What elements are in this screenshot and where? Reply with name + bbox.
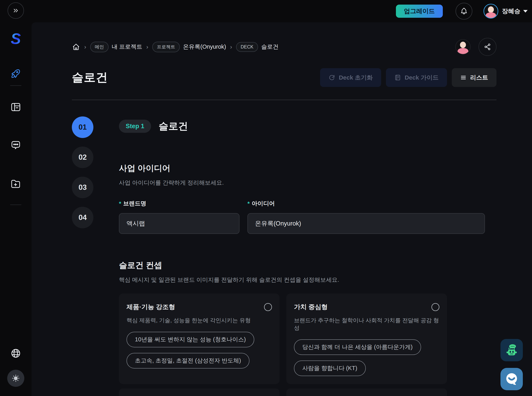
- step-dot-3[interactable]: 03: [72, 177, 93, 198]
- globe-icon: [10, 348, 21, 359]
- breadcrumb-badge-deck[interactable]: DECK: [236, 42, 258, 52]
- example-pill: 당신과 함께 더 나은 세상을 (아름다운가게): [294, 339, 421, 355]
- step-dot-1[interactable]: 01: [72, 116, 93, 138]
- idea-field-group: * 아이디어: [248, 200, 485, 234]
- ai-chatbot-button[interactable]: [501, 339, 523, 361]
- user-avatar: [484, 4, 498, 18]
- required-mark: *: [248, 200, 250, 207]
- step-indicator: 01 02 03 04: [72, 116, 93, 396]
- breadcrumb-my-projects[interactable]: 내 프로젝트: [112, 43, 142, 51]
- sidebar-item-dashboard[interactable]: [10, 101, 22, 113]
- step-dot-4[interactable]: 04: [72, 207, 93, 228]
- slogan-concept-heading: 슬로건 컨셉: [119, 260, 497, 271]
- concept-card-value[interactable]: 가치 중심형 브랜드가 추구하는 철학이나 사회적 가치를 전달해 공감 형성 …: [286, 293, 447, 384]
- business-idea-heading: 사업 아이디어: [119, 163, 497, 174]
- user-name: 장혜승: [502, 7, 520, 15]
- sidebar-expand-button[interactable]: [8, 2, 24, 19]
- sidebar-divider: [10, 204, 21, 205]
- radio-button[interactable]: [264, 303, 272, 311]
- notifications-button[interactable]: [455, 3, 472, 20]
- breadcrumb-separator: ›: [146, 43, 148, 50]
- step-dot-2[interactable]: 02: [72, 146, 93, 168]
- robot-icon: [504, 343, 519, 357]
- list-icon: [460, 74, 467, 81]
- upgrade-button[interactable]: 업그레이드: [396, 5, 443, 18]
- sidebar-item-language[interactable]: [10, 348, 21, 359]
- slogan-concept-section: 슬로건 컨셉 핵심 메시지 및 일관된 브랜드 이미지를 전달하기 위해 슬로건…: [119, 260, 497, 396]
- breadcrumb-project-name[interactable]: 온유록(Onyurok): [183, 43, 226, 51]
- share-icon: [484, 43, 491, 51]
- project-avatar[interactable]: [455, 39, 471, 54]
- deck-guide-button[interactable]: Deck 가이드: [386, 68, 447, 87]
- sidebar: S: [0, 0, 31, 396]
- double-chevron-right-icon: [12, 8, 19, 14]
- home-icon[interactable]: [72, 43, 80, 51]
- concept-card-product[interactable]: 제품·기능 강조형 핵심 제품력, 기술, 성능을 한눈에 각인시키는 유형 1…: [119, 293, 280, 384]
- example-pill: 사람을 향합니다 (KT): [294, 361, 366, 376]
- chevron-down-icon: [523, 10, 528, 12]
- sidebar-divider: [10, 85, 21, 86]
- idea-label: 아이디어: [252, 200, 275, 208]
- business-idea-subtitle: 사업 아이디어를 간략하게 정리해보세요.: [119, 179, 497, 187]
- brand-name-field-group: * 브랜드명: [119, 200, 239, 234]
- breadcrumb-separator: ›: [84, 43, 86, 50]
- sidebar-item-new-project[interactable]: [10, 178, 22, 189]
- main-panel: › 메인 내 프로젝트 › 프로젝트 온유록(Onyurok) › DECK 슬…: [31, 22, 532, 396]
- folder-plus-icon: [10, 178, 22, 189]
- topbar: 업그레이드 장혜승: [31, 0, 532, 22]
- step-heading: 슬로건: [159, 120, 188, 133]
- live-chat-button[interactable]: [501, 368, 523, 390]
- required-mark: *: [119, 200, 121, 207]
- deck-reset-button[interactable]: Deck 초기화: [320, 68, 381, 87]
- slogan-concept-subtitle: 핵심 메시지 및 일관된 브랜드 이미지를 전달하기 위해 슬로건의 컨셉을 설…: [119, 276, 497, 284]
- concept-card-vision[interactable]: 비전 제시형: [119, 388, 280, 396]
- share-button[interactable]: [479, 38, 497, 56]
- toolbar: Deck 초기화 Deck 가이드 리스트: [320, 68, 497, 87]
- bell-icon: [460, 7, 468, 15]
- guide-book-icon: [394, 74, 401, 81]
- radio-button[interactable]: [432, 303, 439, 311]
- breadcrumb: › 메인 내 프로젝트 › 프로젝트 온유록(Onyurok) › DECK 슬…: [72, 38, 497, 56]
- user-menu[interactable]: 장혜승: [484, 4, 528, 18]
- refresh-icon: [328, 74, 335, 81]
- chat-dots-icon: [10, 140, 22, 151]
- dashboard-icon: [10, 101, 22, 113]
- sidebar-item-launch[interactable]: [10, 68, 22, 79]
- breadcrumb-current: 슬로건: [261, 43, 278, 51]
- example-pill: 10년을 써도 변하지 않는 성능 (청호나이스): [126, 332, 254, 347]
- breadcrumb-badge-project[interactable]: 프로젝트: [152, 42, 180, 52]
- sun-icon: [11, 374, 20, 383]
- brand-name-label: 브랜드명: [123, 200, 146, 208]
- page-title: 슬로건: [72, 70, 108, 86]
- sidebar-item-chat[interactable]: [10, 140, 22, 151]
- section-divider: [72, 100, 497, 100]
- chat-bubble-smile-icon: [504, 371, 520, 387]
- business-idea-section: 사업 아이디어 사업 아이디어를 간략하게 정리해보세요. * 브랜드명 * 아…: [119, 163, 497, 234]
- example-pill: 초고속, 초정밀, 초절전 (삼성전자 반도체): [126, 353, 249, 368]
- idea-input[interactable]: [248, 213, 485, 234]
- step-badge: Step 1: [119, 120, 151, 133]
- breadcrumb-separator: ›: [230, 43, 232, 50]
- brand-name-input[interactable]: [119, 213, 239, 234]
- theme-toggle-button[interactable]: [7, 370, 24, 387]
- list-view-button[interactable]: 리스트: [452, 68, 497, 87]
- concept-card-emotion[interactable]: 감성 자극형: [286, 388, 447, 396]
- app-logo[interactable]: S: [8, 31, 23, 47]
- rocket-icon: [10, 68, 22, 79]
- breadcrumb-badge-main[interactable]: 메인: [90, 42, 109, 52]
